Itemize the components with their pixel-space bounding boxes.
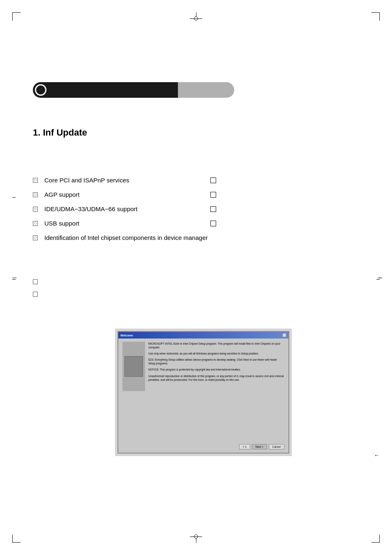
feature-bullet-1: □ — [33, 178, 38, 183]
feature-checkbox-3[interactable] — [210, 206, 216, 212]
feature-item-5: □Identification of Intel chipset compone… — [33, 234, 216, 241]
dialog-text-block-2: Use only when instructed, as you will al… — [148, 352, 284, 355]
feature-checkbox-2[interactable] — [210, 192, 216, 198]
section-title: Inf Update — [43, 127, 87, 138]
checkbox-item-1 — [33, 279, 43, 284]
dialog-text-area: MICROSOFT INTEL 810e to Intel Chipset Se… — [148, 342, 284, 391]
section-heading: 1. Inf Update — [33, 127, 87, 138]
crosshair-top — [190, 12, 202, 25]
dialog-title: Welcome — [120, 334, 133, 337]
corner-mark-tr — [371, 12, 380, 21]
feature-checkbox-1[interactable] — [210, 177, 216, 183]
dialog-button-3[interactable]: Cancel — [269, 444, 284, 449]
features-list: □Core PCI and ISAPnP services□AGP suppor… — [33, 177, 216, 249]
feature-text-3: IDE/UDMA−33/UDMA−66 support — [44, 205, 210, 212]
dialog-buttons: < 1Next >Cancel — [239, 444, 284, 449]
progress-circle — [35, 84, 46, 96]
tick-left — [12, 278, 16, 278]
corner-mark-tl — [12, 12, 21, 21]
dash-left-top — [12, 197, 16, 198]
dash-right-bottom: ← — [374, 452, 380, 458]
dialog-window: Welcome X MICROSOFT INTEL 810e to Intel … — [118, 331, 289, 454]
feature-text-2: AGP support — [44, 191, 210, 198]
dialog-button-2[interactable]: Next > — [252, 444, 267, 449]
dash-left-mid — [12, 279, 16, 280]
checkbox-item-2 — [33, 292, 43, 297]
progress-bar-container — [33, 82, 234, 98]
progress-bar-light — [178, 82, 234, 98]
checkbox-1[interactable] — [33, 279, 38, 284]
feature-bullet-4: □ — [33, 221, 38, 226]
progress-bar-dark — [33, 82, 178, 98]
feature-item-2: □AGP support — [33, 191, 216, 198]
screenshot-inner: Welcome X MICROSOFT INTEL 810e to Intel … — [115, 329, 291, 456]
corner-mark-br — [371, 534, 380, 543]
dialog-text-block-4: NOTICE: This program is protected by cop… — [148, 368, 284, 371]
feature-item-1: □Core PCI and ISAPnP services — [33, 177, 216, 184]
dialog-button-1[interactable]: < 1 — [239, 444, 250, 449]
second-section — [33, 279, 43, 304]
feature-checkbox-4[interactable] — [210, 221, 216, 226]
progress-bar-area — [33, 82, 234, 98]
section-number: 1. — [33, 127, 40, 138]
dialog-icon-area — [122, 342, 145, 391]
screenshot-area: Welcome X MICROSOFT INTEL 810e to Intel … — [115, 329, 292, 456]
dialog-close-button[interactable]: X — [282, 333, 286, 337]
dash-right-mid — [376, 279, 380, 280]
dialog-text-block-1: MICROSOFT INTEL 810e to Intel Chipset Se… — [148, 342, 284, 349]
feature-item-4: □USB support — [33, 220, 216, 227]
dialog-icon-placeholder — [125, 356, 143, 377]
checkbox-2[interactable] — [33, 292, 38, 297]
corner-mark-bl — [12, 534, 21, 543]
crosshair-bottom — [190, 530, 202, 543]
dialog-titlebar: Welcome X — [118, 332, 288, 339]
feature-bullet-5: □ — [33, 235, 38, 240]
feature-bullet-3: □ — [33, 207, 38, 212]
tick-right-arrow: ← — [378, 274, 384, 281]
feature-text-5: Identification of Intel chipset componen… — [44, 234, 216, 241]
dialog-text-block-3: EZS: Everything Setup utilities allows d… — [148, 358, 284, 365]
feature-text-4: USB support — [44, 220, 210, 227]
dialog-content: MICROSOFT INTEL 810e to Intel Chipset Se… — [118, 339, 288, 394]
feature-bullet-2: □ — [33, 192, 38, 197]
dialog-text-block-5: Unauthorized reproduction or distributio… — [148, 374, 284, 382]
feature-item-3: □IDE/UDMA−33/UDMA−66 support — [33, 205, 216, 212]
feature-text-1: Core PCI and ISAPnP services — [44, 177, 210, 184]
